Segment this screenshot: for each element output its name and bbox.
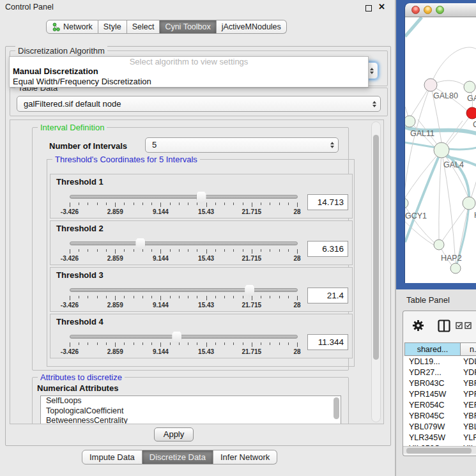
table-panel-title: Table Panel — [406, 295, 450, 305]
thresholds-group: Threshold's Coordinates for 5 Intervals … — [47, 159, 355, 367]
numerical-attributes-list[interactable]: SelfLoopsTopologicalCoefficientBetweenne… — [40, 395, 341, 424]
interval-definition-group: Interval Definition Number of Intervals … — [32, 127, 349, 371]
tab-select[interactable]: Select — [127, 20, 160, 34]
table-cell: YDR2 — [461, 367, 476, 378]
settings-scrollbar-thumb[interactable] — [373, 135, 379, 360]
algorithm-dropdown-popup: Select algorithm to view settings Manual… — [9, 56, 369, 88]
threshold-slider[interactable]: -3.4262.8599.14415.4321.71528 — [70, 240, 298, 264]
threshold-slider[interactable]: -3.4262.8599.14415.4321.71528 — [70, 333, 298, 357]
columns-icon[interactable] — [438, 319, 450, 332]
slider-track[interactable] — [70, 288, 298, 292]
slider-track[interactable] — [70, 242, 298, 245]
table-cell: YBL0 — [461, 422, 476, 433]
attribute-item[interactable]: SelfLoops — [41, 396, 341, 406]
network-edge[interactable] — [471, 180, 476, 198]
network-node-hap2[interactable] — [434, 240, 444, 250]
threshold-label: Threshold 4 — [56, 317, 104, 326]
table-cell: YPR145W — [404, 389, 461, 400]
numerical-attributes-label: Numerical Attributes — [37, 383, 118, 393]
network-node-gal11[interactable] — [405, 116, 415, 127]
table-row[interactable]: YBR045CYBR0 — [403, 411, 476, 422]
network-graph: GAL80GACGAL11GAL4GCY1HHAP2 — [405, 17, 476, 283]
node-table-window: shared... n... YDL19...YDL1YDR27...YDR2Y… — [403, 311, 476, 456]
tab-network[interactable]: Network — [46, 20, 98, 34]
attribute-items: SelfLoopsTopologicalCoefficientBetweenne… — [41, 396, 341, 424]
slider-track[interactable] — [70, 195, 298, 199]
network-node-gal80[interactable] — [424, 79, 437, 91]
settings-scrollbar-track[interactable] — [371, 121, 381, 422]
close-icon[interactable]: ✕ — [378, 2, 385, 12]
select-all-checkbox-icon[interactable] — [456, 322, 463, 329]
network-node-c[interactable] — [466, 107, 476, 119]
column-header-shared-name[interactable]: shared... — [404, 342, 461, 356]
table-data-combobox[interactable]: galFiltered.sif default node — [17, 96, 381, 112]
spinner-stepper-icon[interactable] — [330, 142, 334, 148]
attributes-group: Attributes to discretize Numerical Attri… — [32, 377, 349, 424]
minimize-traffic-light-icon[interactable] — [424, 6, 432, 14]
network-node[interactable] — [450, 263, 461, 273]
dropdown-option[interactable]: Equal Width/Frequency Discretization — [10, 77, 368, 87]
table-cell: YBR0 — [461, 378, 476, 389]
column-header-name[interactable]: n... — [461, 342, 476, 356]
number-of-intervals-spinner[interactable]: 5 — [145, 137, 339, 153]
table-hscrollbar-track[interactable] — [403, 446, 476, 454]
attribute-item[interactable]: BetweennessCentrality — [41, 416, 341, 424]
threshold-label: Threshold 1 — [56, 177, 104, 187]
dropdown-option[interactable]: Manual Discretization — [10, 66, 368, 77]
tab-cyni-toolbox[interactable]: Cyni Toolbox — [160, 20, 216, 34]
table-row[interactable]: YLR345WYLR3 — [403, 433, 476, 443]
tab-impute-data[interactable]: Impute Data — [82, 450, 142, 464]
table-row[interactable]: YBR043CYBR0 — [403, 378, 476, 389]
attribute-item[interactable]: TopologicalCoefficient — [41, 406, 341, 417]
table-row[interactable]: YBL079WYBL0 — [403, 422, 476, 433]
table-cell: YBR043C — [404, 378, 461, 389]
table-hscrollbar-thumb[interactable] — [406, 448, 472, 454]
network-node-gal4[interactable] — [434, 142, 449, 158]
threshold-value-field[interactable]: 21.4 — [307, 288, 348, 303]
attributes-scrollbar[interactable] — [334, 397, 339, 419]
tab-jactivemnodules[interactable]: jActiveMNodules — [217, 20, 287, 34]
network-node-ga[interactable] — [464, 81, 475, 93]
network-node-gcy1[interactable] — [405, 198, 408, 208]
tab-discretize-data[interactable]: Discretize Data — [142, 450, 213, 464]
close-traffic-light-icon[interactable] — [411, 6, 420, 14]
tab-label: Select — [132, 22, 155, 31]
tab-infer-network[interactable]: Infer Network — [213, 450, 277, 464]
combo-stepper-icon[interactable] — [372, 101, 376, 107]
interval-definition-label: Interval Definition — [38, 123, 107, 132]
node-label: GAL80 — [433, 91, 458, 100]
threshold-value-field[interactable]: 14.713 — [307, 194, 348, 210]
table-row[interactable]: YDL19...YDL1 — [403, 357, 476, 367]
tab-label: Discretize Data — [150, 452, 206, 462]
dropdown-hint-option[interactable]: Select algorithm to view settings — [10, 57, 368, 66]
threshold-slider[interactable]: -3.4262.8599.14415.4321.71528 — [70, 286, 298, 311]
threshold-panel: Threshold 4-3.4262.8599.14415.4321.71528… — [50, 314, 353, 358]
threshold-value-field[interactable]: 6.316 — [307, 241, 348, 257]
network-edge[interactable] — [405, 203, 435, 243]
gear-icon[interactable] — [412, 319, 424, 332]
network-edge-highlighted[interactable] — [405, 150, 441, 242]
network-edge[interactable] — [439, 150, 441, 240]
table-row[interactable]: YDR27...YDR2 — [403, 367, 476, 378]
slider-tick-labels: -3.4262.8599.14415.4321.71528 — [70, 348, 298, 356]
table-cell: YBL079W — [404, 422, 461, 433]
thresholds-group-label: Threshold's Coordinates for 5 Intervals — [52, 155, 200, 164]
network-canvas[interactable]: GAL80GACGAL11GAL4GCY1HHAP2 — [405, 17, 476, 283]
apply-button[interactable]: Apply — [154, 427, 194, 441]
network-node-h[interactable] — [463, 197, 475, 210]
number-of-intervals-value: 5 — [152, 140, 157, 150]
unselect-all-checkbox-icon[interactable] — [464, 322, 472, 329]
tab-style[interactable]: Style — [98, 20, 127, 34]
threshold-slider[interactable]: -3.4262.8599.14415.4321.71528 — [70, 193, 298, 217]
table-row[interactable]: YPR145WYPR1 — [403, 389, 476, 400]
tab-label: Infer Network — [220, 452, 270, 462]
tab-label: Style — [104, 22, 121, 31]
zoom-traffic-light-icon[interactable] — [436, 6, 444, 14]
network-edge-highlighted[interactable] — [405, 17, 422, 36]
threshold-value-field[interactable]: 11.344 — [307, 334, 348, 350]
float-window-icon[interactable] — [365, 5, 372, 12]
slider-track[interactable] — [70, 335, 298, 339]
network-edge[interactable] — [431, 47, 476, 85]
table-row[interactable]: YER054CYER0 — [403, 400, 476, 411]
table-panel: Table Panel shared... — [396, 289, 476, 476]
